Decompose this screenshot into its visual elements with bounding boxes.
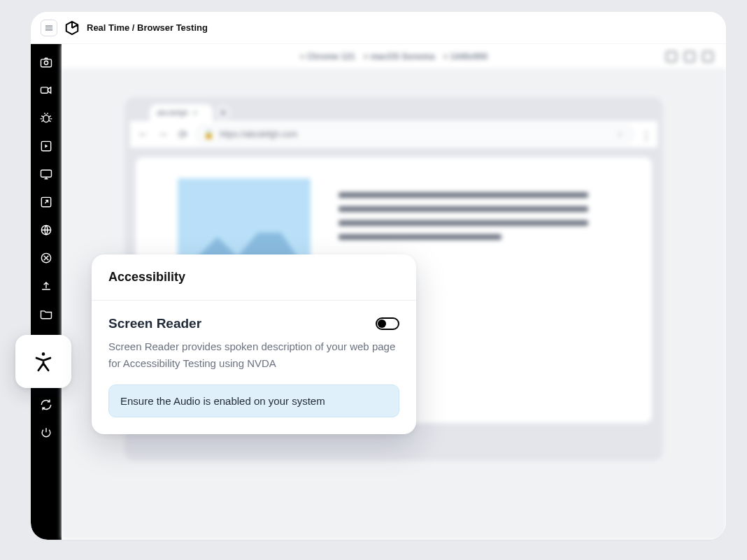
lock-icon: 🔒 — [204, 129, 214, 139]
toggle-knob — [378, 320, 386, 328]
browser-tab[interactable]: abcdefgh✕ — [150, 104, 213, 121]
refresh-icon[interactable] — [38, 396, 55, 413]
globe-icon[interactable] — [38, 222, 55, 238]
close-icon[interactable]: ✕ — [192, 109, 198, 117]
hamburger-icon — [44, 23, 54, 33]
screen-reader-toggle[interactable] — [376, 317, 399, 330]
session-info-bar: Chrome 121 macOS Sonoma 1440x900 — [62, 44, 726, 69]
power-icon[interactable] — [38, 424, 55, 441]
svg-point-11 — [42, 352, 45, 356]
hamburger-menu-button[interactable] — [41, 20, 57, 36]
audio-note: Ensure the Audio is enabled on your syst… — [108, 385, 399, 417]
panel-header: Accessibility — [92, 254, 416, 301]
screen-reader-title: Screen Reader — [108, 316, 201, 331]
app-logo — [64, 20, 80, 36]
url-bar[interactable]: 🔒 https://abcdefgh.com ☆ — [196, 125, 634, 143]
info-browser: Chrome 121 — [307, 52, 355, 62]
info-resolution: 1440x900 — [450, 52, 488, 62]
external-icon[interactable] — [38, 194, 55, 210]
svg-point-1 — [44, 61, 48, 64]
accessibility-person-icon — [31, 350, 55, 373]
url-text: https://abcdefgh.com — [220, 129, 297, 139]
bug-icon[interactable] — [38, 110, 55, 127]
reload-icon[interactable]: ⟳ — [176, 128, 189, 141]
screen-reader-description: Screen Reader provides spoken descriptio… — [108, 338, 399, 372]
camera-icon[interactable] — [38, 54, 55, 71]
bookmark-icon[interactable]: ☆ — [616, 129, 626, 139]
accessibility-panel: Accessibility Screen Reader Screen Reade… — [92, 254, 416, 434]
new-tab-button[interactable]: + — [215, 105, 231, 120]
svg-point-3 — [43, 115, 49, 122]
sidebar — [31, 44, 62, 540]
topbar: Real Time / Browser Testing — [31, 12, 726, 44]
crop-icon[interactable] — [38, 250, 55, 266]
monitor-icon[interactable] — [38, 166, 55, 182]
kebab-menu-icon[interactable]: ⋮ — [641, 129, 650, 139]
info-os: macOS Sonoma — [371, 52, 435, 62]
video-icon[interactable] — [38, 82, 55, 99]
accessibility-sidebar-tile[interactable] — [15, 335, 71, 388]
svg-rect-5 — [41, 170, 52, 177]
panel-title: Accessibility — [108, 270, 399, 285]
upload-icon[interactable] — [38, 278, 55, 294]
logo-icon — [64, 20, 80, 36]
breadcrumb: Real Time / Browser Testing — [87, 22, 208, 33]
forward-icon[interactable]: → — [157, 128, 169, 141]
svg-rect-2 — [41, 87, 48, 93]
play-square-icon[interactable] — [38, 138, 55, 155]
session-action-icons — [666, 51, 713, 62]
back-icon[interactable]: ← — [137, 128, 150, 141]
folder-icon[interactable] — [38, 306, 55, 322]
